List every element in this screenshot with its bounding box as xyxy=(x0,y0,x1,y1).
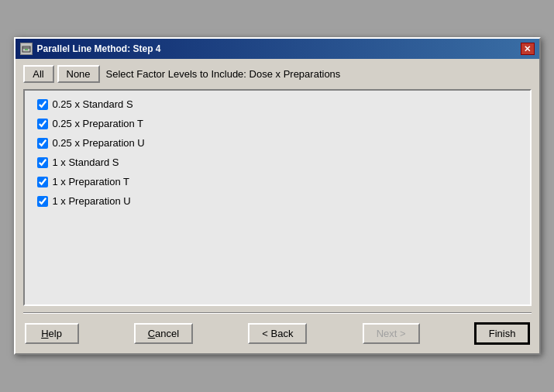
help-button[interactable]: Help xyxy=(25,323,79,344)
checkbox-item-2: 0.25 x Preparation T xyxy=(37,118,518,129)
checkbox-1[interactable] xyxy=(37,99,48,110)
checkbox-label-4[interactable]: 1 x Standard S xyxy=(53,156,119,168)
checkbox-label-1[interactable]: 0.25 x Standard S xyxy=(53,98,133,110)
checkbox-3[interactable] xyxy=(37,138,48,149)
instruction-label: Select Factor Levels to Include: Dose x … xyxy=(106,68,341,80)
window-title: Parallel Line Method: Step 4 xyxy=(37,43,161,54)
separator xyxy=(23,312,532,314)
checkbox-4[interactable] xyxy=(37,157,48,168)
checkbox-label-2[interactable]: 0.25 x Preparation T xyxy=(53,118,144,129)
back-button[interactable]: < Back xyxy=(248,323,307,344)
window-body: All None Select Factor Levels to Include… xyxy=(15,59,539,353)
checkbox-5[interactable] xyxy=(37,177,48,187)
cancel-button[interactable]: Cancel xyxy=(134,323,193,344)
title-bar: Parallel Line Method: Step 4 ✕ xyxy=(15,39,539,59)
checkbox-item-1: 0.25 x Standard S xyxy=(37,98,518,110)
checkbox-item-3: 0.25 x Preparation U xyxy=(37,137,518,149)
finish-button[interactable]: Finish xyxy=(475,323,530,344)
checkbox-item-6: 1 x Preparation U xyxy=(37,195,518,207)
cancel-underline: Cancel xyxy=(148,328,179,339)
all-button[interactable]: All xyxy=(23,65,54,83)
title-bar-left: Parallel Line Method: Step 4 xyxy=(20,43,161,55)
back-label: < Back xyxy=(262,328,293,339)
finish-label: Finish xyxy=(489,328,516,339)
toolbar-row: All None Select Factor Levels to Include… xyxy=(23,65,532,83)
checkbox-label-5[interactable]: 1 x Preparation T xyxy=(53,176,129,187)
checkbox-6[interactable] xyxy=(37,196,48,207)
close-button[interactable]: ✕ xyxy=(521,43,535,55)
main-window: Parallel Line Method: Step 4 ✕ All None … xyxy=(14,37,541,355)
checkbox-label-6[interactable]: 1 x Preparation U xyxy=(53,195,131,207)
checkbox-item-5: 1 x Preparation T xyxy=(37,176,518,187)
checkbox-2[interactable] xyxy=(37,119,48,129)
checkbox-item-4: 1 x Standard S xyxy=(37,156,518,168)
next-label: Next > xyxy=(377,328,406,339)
none-button[interactable]: None xyxy=(57,65,100,83)
help-underline: Help xyxy=(41,328,62,339)
next-button[interactable]: Next > xyxy=(363,323,420,344)
footer: Help Cancel < Back Next > Finish xyxy=(23,320,532,347)
content-area: 0.25 x Standard S 0.25 x Preparation T 0… xyxy=(23,89,532,306)
checkbox-label-3[interactable]: 0.25 x Preparation U xyxy=(53,137,145,149)
window-icon xyxy=(20,43,33,55)
